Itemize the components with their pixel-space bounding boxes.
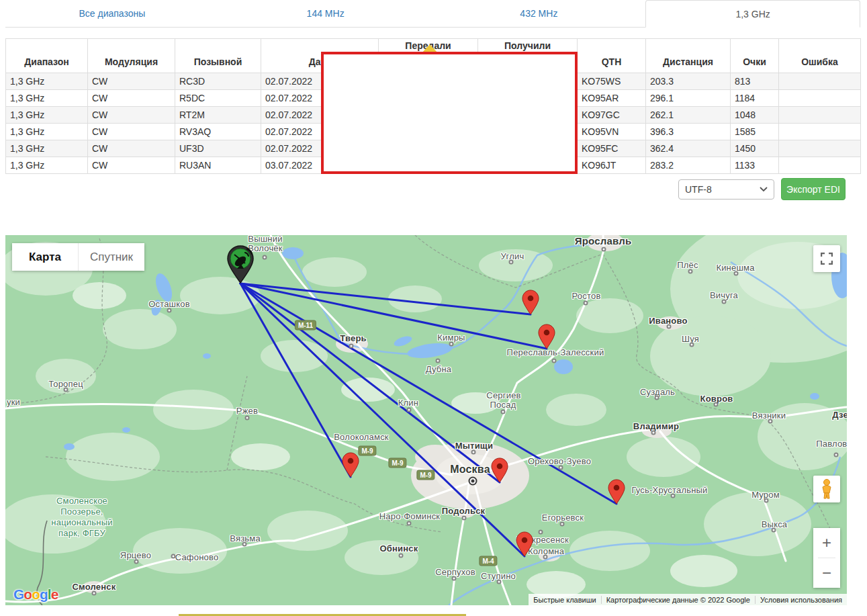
encoding-value: UTF-8 [685, 184, 712, 195]
town-label: Павлово [816, 439, 847, 449]
town-dot [734, 271, 739, 276]
town-label: Ярославль [575, 235, 632, 247]
keyboard-shortcuts-link[interactable]: Быстрые клавиши [529, 596, 600, 604]
town-label: уки [7, 397, 20, 407]
town-dot [671, 494, 676, 498]
town-dot [449, 342, 454, 347]
town-label: Смоленск [73, 582, 116, 592]
terms-link[interactable]: Условия использования [755, 596, 847, 604]
town-dot [349, 344, 354, 349]
col-mode: Модуляция [88, 39, 175, 73]
town-dot [655, 396, 659, 400]
town-dot [501, 410, 506, 414]
tab-144mhz[interactable]: 144 MHz [219, 0, 432, 28]
town-dot [64, 388, 69, 392]
town-dot [399, 554, 404, 558]
map-type-map-button[interactable]: Карта [12, 243, 78, 271]
col-qth: QTH [578, 39, 646, 73]
town-dot [92, 591, 97, 596]
moscow-capital-icon [471, 480, 475, 483]
town-label: Ростов [572, 291, 601, 301]
map-attribution: Быстрые клавиши Картографические данные … [529, 594, 847, 605]
town-label: Кимры [437, 333, 465, 343]
map-data-attribution: Картографические данные © 2022 Google [601, 596, 755, 604]
town-label: Смоленское [56, 496, 107, 506]
town-label: Подольск [442, 506, 486, 516]
col-error: Ошибка [779, 39, 861, 73]
town-dot [167, 308, 172, 313]
town-dot [452, 576, 457, 581]
zoom-control: + − [813, 528, 840, 588]
town-label: Владимир [633, 421, 679, 431]
export-edi-button[interactable]: Экспорт EDI [781, 178, 846, 200]
town-dot [559, 466, 563, 470]
tab-432mhz[interactable]: 432 MHz [432, 0, 646, 28]
town-label: Плёс [677, 260, 698, 270]
tab-1-3ghz[interactable]: 1,3 GHz [645, 0, 860, 28]
town-dot [651, 431, 656, 435]
town-label: Волоколамск [334, 432, 389, 442]
pegman-button[interactable] [813, 476, 840, 502]
qso-marker-pin[interactable] [516, 531, 533, 560]
town-label: Мытищи [455, 441, 493, 451]
road-badge: М-9 [388, 458, 406, 468]
encoding-select[interactable]: UTF-8 [678, 179, 774, 200]
town-dot [242, 542, 247, 547]
town-label: Егорьевск [542, 513, 584, 523]
town-label: Гусь-Хрустальный [631, 485, 707, 495]
town-dot [834, 453, 839, 457]
town-dot [462, 516, 467, 521]
town-dot [772, 528, 776, 533]
town-dot [584, 301, 588, 306]
town-label: Обнинск [380, 543, 418, 554]
map-type-satellite-button[interactable]: Спутник [79, 243, 144, 271]
zoom-in-button[interactable]: + [813, 528, 840, 558]
zoom-out-button[interactable]: − [813, 558, 840, 588]
town-dot [688, 269, 693, 274]
town-label: Серпухов [435, 567, 475, 577]
pegman-icon [820, 479, 833, 499]
town-dot [509, 260, 514, 265]
town-dot [539, 530, 543, 535]
town-label: Орехово-Зуево [528, 456, 591, 466]
road-badge: М-9 [416, 470, 435, 480]
town-dot [407, 521, 412, 526]
town-label: Вичуга [710, 290, 738, 300]
col-band: Диапазон [6, 39, 88, 73]
band-tabs: Все диапазоны 144 MHz 432 MHz 1,3 GHz [5, 0, 860, 28]
qso-marker-pin[interactable] [342, 452, 359, 480]
town-label: Дзе [832, 410, 847, 420]
annotation-red-box [321, 52, 578, 174]
town-label: Москва [450, 464, 490, 476]
town-dot [245, 416, 250, 421]
town-label: Переславль-Залесский [507, 347, 604, 357]
tab-all-bands[interactable]: Все диапазоны [5, 0, 219, 28]
fullscreen-button[interactable] [813, 245, 840, 272]
town-dot [768, 419, 773, 424]
town-label: Ржев [236, 406, 258, 416]
town-dot [497, 580, 502, 584]
town-dot [714, 402, 719, 407]
map[interactable]: ВышнийВолочёкОсташковТоропецукиРжевУглич… [5, 235, 847, 605]
road-badge: М-4 [479, 556, 497, 566]
col-distance: Дистанция [646, 39, 731, 73]
town-dot [560, 522, 565, 527]
qso-marker-pin[interactable] [608, 479, 625, 507]
town-dot [764, 498, 769, 503]
station-antenna-marker[interactable] [225, 244, 256, 288]
town-label: национальный [51, 517, 112, 527]
google-logo[interactable]: Google [13, 586, 58, 603]
road-badge: М-9 [358, 446, 376, 456]
town-label: Ярцево [120, 550, 151, 560]
town-dot [690, 343, 694, 347]
town-label: Поозерье, [60, 507, 103, 517]
town-label: парк, ФГБУ [58, 528, 105, 538]
qso-marker-pin[interactable] [522, 290, 539, 318]
town-dot [543, 555, 548, 560]
qso-marker-pin[interactable] [538, 324, 555, 352]
town-label: Тверь [340, 333, 366, 343]
chevron-down-icon [760, 187, 768, 192]
town-dot [722, 300, 727, 304]
town-label: Клин [398, 398, 418, 408]
qso-marker-pin[interactable] [491, 457, 508, 486]
